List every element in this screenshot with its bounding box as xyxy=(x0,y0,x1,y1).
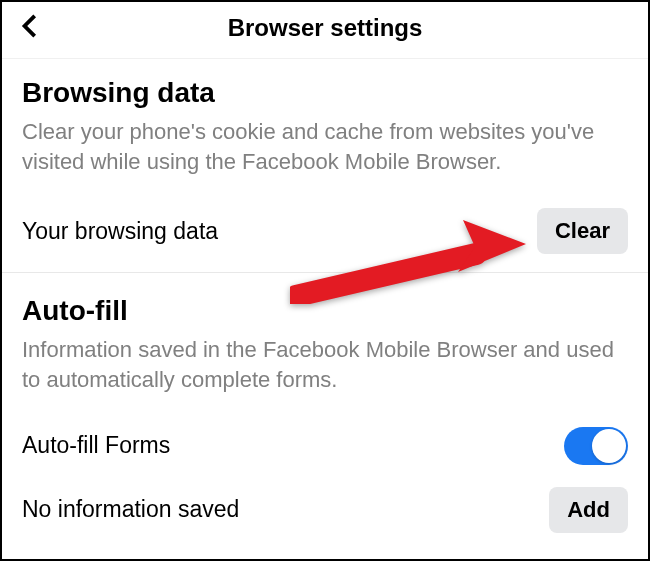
autofill-title: Auto-fill xyxy=(22,295,628,327)
browsing-data-section: Browsing data Clear your phone's cookie … xyxy=(2,59,648,176)
browsing-data-title: Browsing data xyxy=(22,77,628,109)
autofill-forms-label: Auto-fill Forms xyxy=(22,432,170,459)
browsing-data-label: Your browsing data xyxy=(22,218,218,245)
header: Browser settings xyxy=(2,2,648,59)
autofill-forms-toggle[interactable] xyxy=(564,427,628,465)
back-button[interactable] xyxy=(20,13,42,43)
autofill-section: Auto-fill Information saved in the Faceb… xyxy=(2,277,648,394)
autofill-forms-row: Auto-fill Forms xyxy=(2,417,648,477)
toggle-knob xyxy=(592,429,626,463)
browsing-data-row: Your browsing data Clear xyxy=(2,198,648,273)
add-button[interactable]: Add xyxy=(549,487,628,533)
chevron-left-icon xyxy=(20,13,42,39)
page-title: Browser settings xyxy=(228,14,423,42)
autofill-description: Information saved in the Facebook Mobile… xyxy=(22,335,628,394)
no-information-label: No information saved xyxy=(22,496,239,523)
clear-button[interactable]: Clear xyxy=(537,208,628,254)
browsing-data-description: Clear your phone's cookie and cache from… xyxy=(22,117,628,176)
no-information-row: No information saved Add xyxy=(2,477,648,545)
